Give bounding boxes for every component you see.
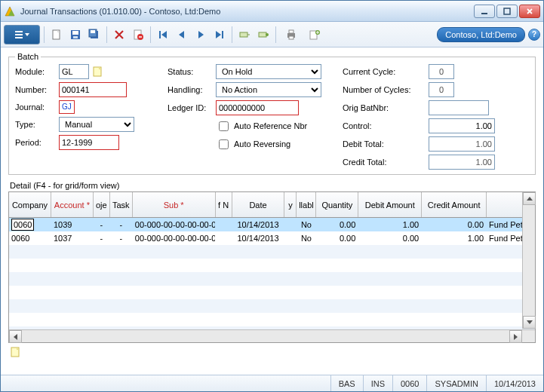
period-field[interactable] bbox=[59, 135, 119, 150]
grid-body[interactable]: 00601039--00-000-00-00-00-00-010/14/2013… bbox=[9, 218, 535, 329]
svg-marker-17 bbox=[198, 31, 204, 38]
col-fn[interactable]: f N bbox=[216, 192, 232, 217]
col-company[interactable]: Company bbox=[9, 192, 51, 217]
col-debit[interactable]: Debit Amount bbox=[358, 192, 422, 217]
cell-company[interactable]: 0060 bbox=[9, 234, 51, 243]
cell-sub[interactable]: 00-000-00-00-00-00-0 bbox=[133, 220, 216, 229]
app-menu-button[interactable] bbox=[4, 25, 40, 44]
grid-note-icon[interactable] bbox=[10, 346, 22, 358]
cell-task[interactable]: - bbox=[110, 220, 133, 229]
table-row-empty bbox=[9, 313, 535, 326]
col-y[interactable]: y bbox=[284, 192, 297, 217]
toolbar-action-2[interactable] bbox=[255, 26, 272, 43]
svg-rect-24 bbox=[289, 30, 294, 33]
numcycles-label: Number of Cycles: bbox=[343, 85, 426, 94]
note-icon[interactable] bbox=[92, 66, 104, 78]
ledger-field[interactable] bbox=[216, 100, 299, 115]
col-oje[interactable]: oje bbox=[94, 192, 110, 217]
svg-rect-7 bbox=[72, 31, 78, 35]
cell-company[interactable]: 0060 bbox=[9, 219, 51, 231]
type-select[interactable]: Manual bbox=[59, 117, 134, 132]
col-credit[interactable]: Credit Amount bbox=[422, 192, 487, 217]
toolbar-action-3[interactable] bbox=[306, 26, 323, 43]
cell-qty[interactable]: 0.00 bbox=[316, 234, 358, 243]
status-select[interactable]: On Hold bbox=[216, 64, 321, 79]
control-field[interactable] bbox=[429, 118, 495, 133]
svg-marker-15 bbox=[161, 31, 167, 38]
journal-field[interactable]: GJ bbox=[59, 100, 75, 114]
vertical-scrollbar[interactable] bbox=[522, 192, 535, 329]
table-row-empty bbox=[9, 299, 535, 313]
cell-oje[interactable]: - bbox=[94, 234, 110, 243]
col-account[interactable]: Account * bbox=[51, 192, 94, 217]
cell-debit[interactable]: 0.00 bbox=[358, 234, 422, 243]
table-row[interactable]: 00601039--00-000-00-00-00-00-010/14/2013… bbox=[9, 218, 535, 231]
cancel-button[interactable] bbox=[130, 26, 146, 43]
auto-ref-label: Auto Reference Nbr bbox=[234, 121, 307, 130]
handling-label: Handling: bbox=[168, 85, 213, 94]
cell-credit[interactable]: 0.00 bbox=[422, 220, 487, 229]
auto-ref-checkbox[interactable]: Auto Reference Nbr bbox=[216, 118, 329, 133]
svg-rect-21 bbox=[259, 32, 266, 37]
credittot-label: Credit Total: bbox=[343, 158, 426, 167]
auto-rev-label: Auto Reversing bbox=[234, 139, 290, 149]
horizontal-scrollbar[interactable] bbox=[9, 329, 535, 342]
scroll-right-button[interactable] bbox=[509, 330, 522, 343]
col-qty[interactable]: Quantity bbox=[316, 192, 358, 217]
help-button[interactable]: ? bbox=[528, 29, 540, 41]
svg-rect-2 bbox=[481, 13, 487, 14]
table-row[interactable]: 00601037--00-000-00-00-00-00-010/14/2013… bbox=[9, 231, 535, 245]
cell-qty[interactable]: 0.00 bbox=[316, 220, 358, 229]
batch-legend: Batch bbox=[15, 52, 41, 61]
cell-llabl[interactable]: No bbox=[297, 234, 316, 243]
svg-point-22 bbox=[266, 33, 269, 36]
close-button[interactable] bbox=[519, 5, 540, 18]
nav-first-button[interactable] bbox=[155, 26, 171, 43]
minimize-button[interactable] bbox=[474, 5, 495, 18]
col-sub[interactable]: Sub * bbox=[133, 192, 216, 217]
nav-prev-button[interactable] bbox=[174, 26, 190, 43]
curcycle-field bbox=[429, 64, 454, 79]
status-user: SYSADMIN bbox=[426, 375, 485, 391]
cell-debit[interactable]: 1.00 bbox=[358, 220, 422, 229]
auto-rev-checkbox[interactable]: Auto Reversing bbox=[216, 136, 329, 152]
cell-oje[interactable]: - bbox=[94, 220, 110, 229]
cell-llabl[interactable]: No bbox=[297, 220, 316, 229]
caret-down-icon bbox=[25, 33, 29, 36]
table-row-empty bbox=[9, 286, 535, 299]
col-task[interactable]: Task bbox=[110, 192, 133, 217]
number-field[interactable] bbox=[59, 82, 127, 97]
status-bas: BAS bbox=[330, 375, 363, 391]
scroll-left-button[interactable] bbox=[9, 330, 22, 343]
company-pill[interactable]: Contoso, Ltd:Demo bbox=[437, 27, 525, 42]
menu-bars-icon bbox=[15, 31, 23, 38]
numcycles-field bbox=[429, 82, 454, 97]
print-button[interactable] bbox=[280, 26, 304, 43]
new-button[interactable] bbox=[48, 26, 65, 43]
scroll-down-button[interactable] bbox=[523, 316, 536, 329]
delete-button[interactable] bbox=[111, 26, 128, 43]
maximize-button[interactable] bbox=[496, 5, 518, 18]
svg-rect-19 bbox=[222, 31, 223, 38]
nav-next-button[interactable] bbox=[192, 26, 209, 43]
cell-date[interactable]: 10/14/2013 bbox=[232, 220, 285, 229]
detail-grid[interactable]: Company Account * oje Task Sub * f N Dat… bbox=[8, 191, 536, 343]
debittot-label: Debit Total: bbox=[343, 139, 426, 149]
cell-account[interactable]: 1037 bbox=[51, 234, 94, 243]
svg-rect-11 bbox=[91, 30, 95, 33]
module-field[interactable] bbox=[59, 64, 89, 79]
nav-last-button[interactable] bbox=[211, 26, 228, 43]
cell-credit[interactable]: 1.00 bbox=[422, 234, 487, 243]
save-button[interactable] bbox=[67, 26, 84, 43]
cell-task[interactable]: - bbox=[110, 234, 133, 243]
toolbar-action-1[interactable] bbox=[236, 26, 253, 43]
handling-select[interactable]: No Action bbox=[216, 82, 321, 97]
col-date[interactable]: Date bbox=[232, 192, 285, 217]
cell-account[interactable]: 1039 bbox=[51, 220, 94, 229]
scroll-up-button[interactable] bbox=[523, 192, 536, 205]
save-all-button[interactable] bbox=[86, 26, 103, 43]
cell-sub[interactable]: 00-000-00-00-00-00-0 bbox=[133, 234, 216, 243]
col-llabl[interactable]: llabl bbox=[297, 192, 316, 217]
debittot-field bbox=[429, 136, 495, 152]
cell-date[interactable]: 10/14/2013 bbox=[232, 234, 285, 243]
